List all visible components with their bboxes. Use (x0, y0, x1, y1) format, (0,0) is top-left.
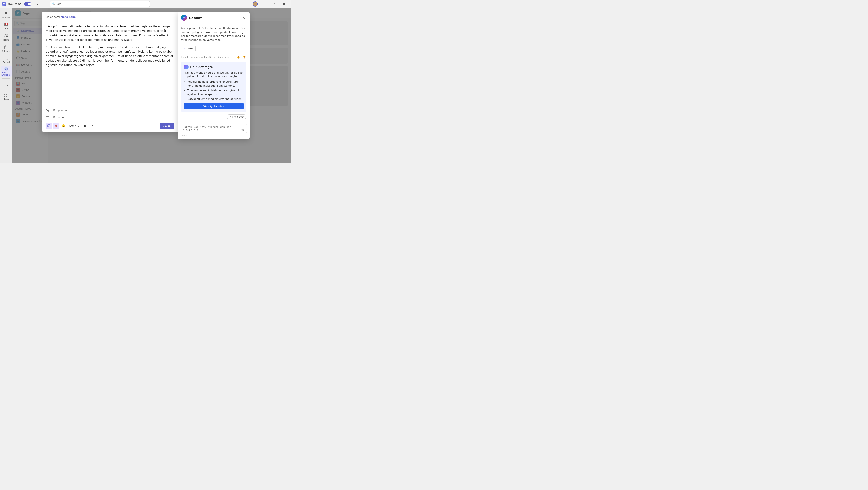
hold-bullet-3: Udfyld hullerne med din erfaring og vide… (187, 97, 244, 101)
emoji-button[interactable]: 🙂 (60, 123, 66, 129)
post-editor: Slå op som: Mona Kane Lås op for hemmeli… (42, 12, 178, 132)
vis-mig-button[interactable]: Vis mig, hvordan (184, 103, 244, 109)
search-bar[interactable]: 🔍 Søg (50, 1, 150, 7)
sidebar-item-aktivitet[interactable]: Aktivitet (1, 9, 12, 20)
sidebar-icons: Aktivitet 1 Chat (0, 8, 12, 163)
copilot-panel: Copilot ✕ bliver gammel. Det at finde en… (178, 12, 250, 139)
added-label: Tilføjet (186, 47, 193, 50)
engage-icon: VE (4, 66, 9, 71)
svg-rect-7 (5, 94, 6, 95)
hold-intro: Prøv at anvende nogle af disse tip, før … (184, 71, 244, 78)
content-area: E Enga... 🔍 Søg 🏠 Startsi... 👤 Mona ... … (12, 8, 291, 163)
svg-rect-8 (7, 94, 8, 95)
title-bar-right: ⋯ − □ ✕ (246, 1, 289, 7)
copilot-send-button[interactable] (241, 128, 245, 132)
send-icon (241, 128, 245, 132)
post-paragraph-1: Lås op for hemmelighederne bag virknings… (46, 24, 174, 42)
author-link[interactable]: Mona Kane (61, 15, 75, 19)
hold-bullet-2: Tilføj en personlig historie for at give… (187, 88, 244, 96)
hold-icon: ✦ (184, 65, 188, 69)
sidebar-label-chat: Chat (4, 28, 8, 30)
hold-bullet-1: Rediger nogle af ordene eller strukturen… (187, 80, 244, 88)
sidebar-item-kalender[interactable]: Kalender (1, 43, 12, 54)
mere-ideer-label: Flere idéer (232, 115, 244, 118)
sidebar-label-aktivitet: Aktivitet (2, 17, 10, 19)
dropdown-arrow: ⌄ (77, 125, 80, 128)
back-button[interactable]: ‹ (35, 1, 40, 7)
modal-overlay: Slå op som: Mona Kane Lås op for hemmeli… (12, 8, 291, 163)
check-icon: ✓ (183, 47, 185, 50)
paragraph-label: Afsnit (69, 125, 76, 128)
svg-point-2 (5, 35, 6, 36)
calendar-icon (4, 45, 9, 50)
format-button-2[interactable] (53, 123, 59, 129)
copilot-input[interactable] (181, 124, 247, 133)
minimize-button[interactable]: − (260, 1, 270, 7)
more-icon: ⋯ (4, 83, 9, 88)
modal-container: Slå op som: Mona Kane Lås op for hemmeli… (42, 12, 262, 139)
nav-arrows: ‹ › (35, 1, 46, 7)
copilot-feedback-text: Indhold genereret af kunstig intelligens… (181, 56, 235, 58)
thumbs-down-button[interactable]: 👎 (242, 55, 247, 59)
forward-button[interactable]: › (41, 1, 46, 7)
copilot-header: Copilot ✕ (178, 12, 250, 24)
char-count: 0/2000 (181, 134, 247, 137)
copilot-close-button[interactable]: ✕ (241, 15, 247, 21)
add-person-icon (46, 108, 50, 112)
bell-icon-wrapper (4, 11, 9, 16)
sidebar-item-opkald[interactable]: Opkald (1, 54, 12, 65)
sidebar-item-chat[interactable]: 1 Chat (1, 21, 12, 31)
sidebar-label-teams: Teams (3, 39, 9, 41)
format2-icon (54, 124, 58, 128)
slaa-op-label: Slå op som: Mona Kane (46, 15, 75, 19)
search-icon: 🔍 (52, 2, 55, 5)
svg-text:VE: VE (5, 68, 8, 70)
hold-det-agte-card: ✦ Hold det ægte Prøv at anvende nogle af… (181, 62, 247, 112)
sidebar-label-kalender: Kalender (2, 50, 10, 52)
add-people-row[interactable]: Tilføj personer (46, 107, 174, 114)
hold-list: Rediger nogle af ordene eller strukturen… (184, 80, 244, 101)
sidebar-item-engage[interactable]: VE Viva Engage (1, 66, 12, 77)
svg-rect-4 (5, 46, 8, 49)
chat-icon-wrapper: 1 (4, 22, 9, 27)
svg-point-3 (7, 34, 8, 35)
format-button[interactable] (46, 123, 52, 129)
phone-icon (4, 56, 9, 61)
maximize-button[interactable]: □ (270, 1, 279, 7)
post-content[interactable]: Lås op for hemmelighederne bag virknings… (42, 21, 178, 105)
chat-badge: 1 (5, 23, 8, 25)
mere-ideer-button[interactable]: ✦ Flere idéer (227, 114, 247, 119)
sidebar-item-more[interactable]: ⋯ (1, 80, 12, 91)
svg-text:T: T (3, 3, 5, 5)
svg-rect-9 (5, 96, 6, 97)
more-format-button[interactable]: ⋯ (97, 123, 102, 129)
copilot-added-button[interactable]: ✓ Tilføjet (181, 46, 195, 52)
paragraph-dropdown[interactable]: Afsnit ⌄ (67, 123, 81, 129)
user-avatar[interactable] (253, 1, 258, 7)
thumbs-up-button[interactable]: 👍 (236, 55, 241, 59)
app-name: Nye Teams (8, 3, 21, 5)
close-button[interactable]: ✕ (279, 1, 289, 7)
copilot-feedback-row: Indhold genereret af kunstig intelligens… (181, 55, 247, 59)
hold-title: Hold det ægte (190, 65, 213, 69)
sidebar-item-teams[interactable]: Teams (1, 32, 12, 42)
post-submit-button[interactable]: Slå op (159, 123, 174, 129)
italic-button[interactable]: I (89, 123, 95, 129)
new-teams-toggle[interactable] (24, 2, 31, 6)
bold-button[interactable]: B (82, 123, 88, 129)
window-controls: − □ ✕ (260, 1, 289, 7)
copilot-added-row: ✓ Tilføjet (181, 46, 247, 52)
post-editor-top: Slå op som: Mona Kane (42, 12, 178, 21)
more-options-icon[interactable]: ⋯ (246, 1, 251, 7)
copilot-scroll-area: bliver gammel. Det at finde en effektiv … (178, 24, 250, 122)
copilot-input-area: 0/2000 (178, 122, 250, 139)
post-paragraph-2: Effektive mentorer er ikke kun lærere, m… (46, 45, 174, 67)
add-topic-row[interactable]: Tilføj emner (46, 114, 174, 121)
search-placeholder: Søg (56, 2, 61, 5)
add-people-label: Tilføj personer (51, 109, 69, 112)
title-bar: T Nye Teams ‹ › 🔍 Søg ⋯ − □ ✕ (0, 0, 291, 8)
toolbar-row: 🙂 Afsnit ⌄ B I ⋯ Slå op (46, 121, 174, 130)
copilot-generated-text: bliver gammel. Det at finde en effektiv … (181, 26, 247, 42)
sidebar-item-apps[interactable]: Apps (1, 91, 12, 102)
svg-rect-10 (7, 96, 8, 97)
